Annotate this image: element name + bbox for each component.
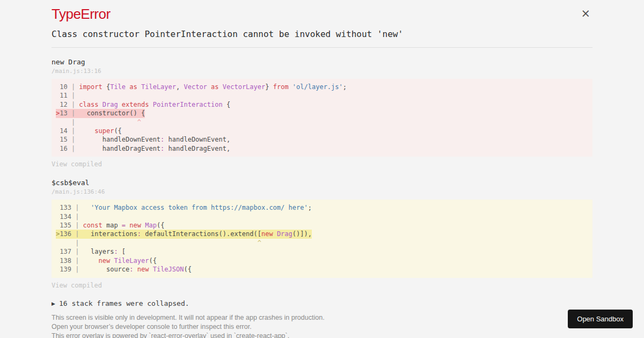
divider [52, 47, 592, 48]
footer: This screen is visible only in developme… [52, 313, 592, 338]
code-line: 15 | handleDownEvent: handleDownEvent, [56, 135, 230, 144]
code-line: 135 | const map = new Map({ [56, 221, 164, 230]
code-line: 11 | [56, 91, 79, 100]
line-number: 136 [60, 230, 71, 238]
code-line: 137 | layers: [ [56, 247, 126, 256]
line-number: 15 [60, 135, 67, 144]
collapsed-frames-toggle[interactable]: ▶16 stack frames were collapsed. [52, 300, 592, 307]
expand-triangle-icon: ▶ [52, 301, 55, 306]
code-caret-line: | ^ [56, 239, 261, 247]
line-number: 135 [60, 221, 71, 230]
line-number: 134 [60, 212, 71, 221]
code-frame: 10 | import {Tile as TileLayer, Vector a… [52, 79, 592, 157]
error-overlay: TypeError × Class constructor PointerInt… [0, 0, 644, 338]
error-title: TypeError [52, 0, 592, 21]
stack-frame-location: /main.js:13:16 [52, 68, 592, 74]
code-line: 10 | import {Tile as TileLayer, Vector a… [56, 83, 347, 91]
stack-frames: new Drag/main.js:13:16 10 | import {Tile… [52, 58, 592, 290]
close-icon: × [581, 7, 590, 20]
close-button[interactable]: × [581, 8, 590, 19]
line-number: 12 [60, 100, 67, 109]
code-line: 138 | new TileLayer({ [56, 256, 157, 265]
stack-frame-location: /main.js:136:46 [52, 189, 592, 195]
code-line: 12 | class Drag extends PointerInteracti… [56, 100, 230, 109]
footer-note-development: This screen is visible only in developme… [52, 313, 592, 322]
view-compiled-link[interactable]: View compiled [52, 161, 102, 167]
line-number: 13 [60, 109, 67, 117]
footer-note-console: Open your browser’s developer console to… [52, 322, 592, 332]
line-number: 14 [60, 127, 67, 135]
line-number: 138 [60, 256, 71, 265]
stack-frame-function: new Drag [52, 58, 592, 65]
code-line: 14 | super({ [56, 127, 122, 135]
code-line: >136 | interactions: defaultInteractions… [56, 230, 312, 238]
stack-frame-function: $csb$eval [52, 179, 592, 186]
code-line: >13 | constructor() { [56, 109, 145, 117]
code-frame: 133 | 'Your Mapbox access token from htt… [52, 200, 592, 277]
line-number: 133 [60, 203, 71, 212]
line-number: 16 [60, 144, 67, 153]
code-line: 133 | 'Your Mapbox access token from htt… [56, 203, 312, 212]
error-message: Class constructor PointerInteraction can… [52, 30, 592, 39]
open-sandbox-button[interactable]: Open Sandbox [568, 310, 633, 328]
view-compiled-link[interactable]: View compiled [52, 282, 102, 289]
code-line: 139 | source: new TileJSON({ [56, 265, 192, 274]
collapsed-frames-label: 16 stack frames were collapsed. [59, 299, 189, 307]
code-line: 134 | [56, 212, 83, 221]
stack-frame: $csb$eval/main.js:136:46 133 | 'Your Map… [52, 179, 592, 289]
code-line: 16 | handleDragEvent: handleDragEvent, [56, 144, 230, 153]
line-number: 139 [60, 265, 71, 274]
code-caret-line: | ^ [56, 118, 141, 127]
footer-note-powered-by: This error overlay is powered by `react-… [52, 332, 592, 338]
stack-frame: new Drag/main.js:13:16 10 | import {Tile… [52, 58, 592, 168]
line-number: 10 [60, 83, 67, 91]
line-number: 11 [60, 91, 67, 100]
line-number: 137 [60, 247, 71, 256]
